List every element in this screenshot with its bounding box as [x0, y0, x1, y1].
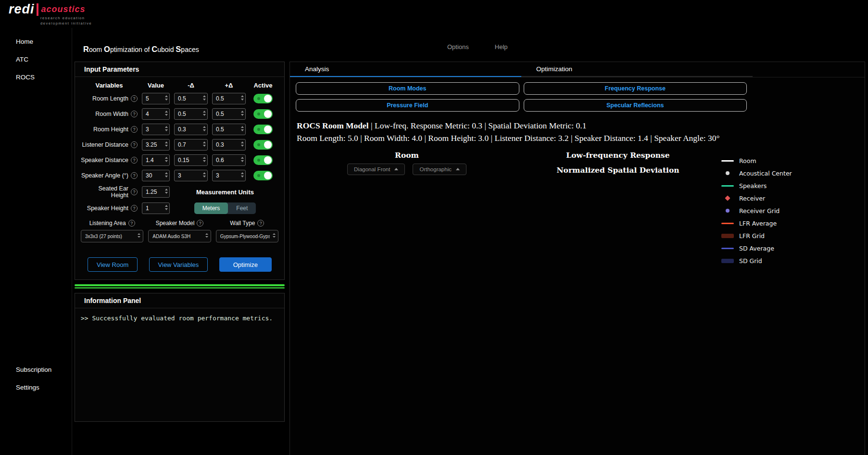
help-icon[interactable]: ? [131, 111, 138, 117]
speaker-distance-plus-delta-input-spinner[interactable] [241, 157, 244, 162]
listener-distance-minus-delta-input-spinner[interactable] [203, 141, 206, 147]
sidebar-item-home[interactable]: Home [0, 33, 72, 51]
param-label-text: Listener Distance [82, 141, 128, 148]
logo-tagline: research education development initiativ… [40, 16, 92, 25]
room-width-minus-delta-input[interactable]: 0.5 [174, 108, 208, 120]
listener-distance-plus-delta-input[interactable]: 0.3 [212, 139, 246, 151]
analysis-button-frequency-response[interactable]: Frequency Response [524, 82, 747, 95]
speaker-distance-minus-delta-input-spinner[interactable] [203, 157, 206, 162]
speaker-distance-active-toggle[interactable] [253, 155, 273, 165]
app-logo[interactable]: redi acoustics research education develo… [9, 2, 92, 25]
options-button[interactable]: Options [443, 43, 469, 51]
room-width-value-input[interactable]: 4 [142, 108, 170, 120]
room-height-value-input[interactable]: 3 [142, 124, 170, 135]
legend-label: Acoustical Center [739, 170, 792, 177]
room-width-plus-delta-input[interactable]: 0.5 [212, 108, 246, 120]
room-height-plus-delta-input-spinner[interactable] [241, 126, 244, 131]
tab-optimization[interactable]: Optimization [521, 62, 753, 77]
view-room-button[interactable]: View Room [88, 257, 138, 272]
room-width-value-input-spinner[interactable] [165, 111, 168, 116]
speaker-model-select[interactable]: ADAM Audio S3H [148, 230, 211, 242]
help-icon[interactable]: ? [131, 205, 138, 212]
view-control-orthographic[interactable]: Orthographic [413, 164, 466, 175]
room-height-plus-delta-input[interactable]: 0.5 [212, 124, 246, 135]
help-icon[interactable]: ? [257, 220, 264, 227]
sidebar-item-rocs[interactable]: ROCS [0, 68, 72, 86]
speaker-angle-active-toggle[interactable] [253, 171, 273, 180]
seated-ear-height-value-input[interactable]: 1.25 [142, 186, 170, 198]
listener-distance-value-input-spinner[interactable] [165, 141, 168, 147]
room-length-plus-delta-input[interactable]: 0.5 [212, 93, 246, 104]
help-icon[interactable]: ? [131, 95, 138, 102]
analysis-button-room-modes[interactable]: Room Modes [296, 82, 519, 95]
seated-ear-height-value-input-spinner[interactable] [165, 189, 168, 194]
sidebar-item-atc[interactable]: ATC [0, 51, 72, 68]
help-icon[interactable]: ? [131, 189, 138, 195]
unit-option-feet[interactable]: Feet [228, 202, 256, 214]
help-button[interactable]: Help [491, 43, 508, 51]
room-length-active-toggle[interactable] [253, 94, 273, 103]
optimize-button[interactable]: Optimize [219, 257, 272, 272]
lfr-chart-title: Low-frequency Response [566, 151, 669, 160]
room-length-plus-delta-input-spinner[interactable] [241, 95, 244, 101]
listener-distance-active-toggle[interactable] [253, 140, 273, 150]
speaker-distance-value-input-spinner[interactable] [165, 157, 168, 162]
sidebar-item-settings[interactable]: Settings [0, 379, 72, 396]
param-label-listener-distance: Listener Distance? [81, 141, 138, 148]
help-icon[interactable]: ? [131, 157, 138, 164]
room-length-minus-delta-input-spinner[interactable] [203, 95, 206, 101]
speaker-distance-minus-delta-input[interactable]: 0.15 [174, 154, 208, 166]
unit-option-meters[interactable]: Meters [194, 202, 228, 214]
view-variables-button[interactable]: View Variables [149, 257, 208, 272]
sidebar-account-button[interactable] [0, 350, 72, 361]
help-icon[interactable]: ? [131, 126, 138, 133]
input-parameters-title: Input Parameters [84, 65, 139, 73]
help-icon[interactable]: ? [128, 220, 135, 227]
speaker-angle-plus-delta-input-spinner[interactable] [241, 172, 244, 177]
help-icon[interactable]: ? [197, 220, 203, 227]
room-height-value-input-spinner[interactable] [165, 126, 168, 131]
topbar: redi acoustics research education develo… [0, 0, 868, 28]
listener-distance-minus-delta-input[interactable]: 0.7 [174, 139, 208, 151]
listener-distance-value-input[interactable]: 3.25 [142, 139, 170, 151]
legend-swatch [721, 209, 734, 213]
help-icon[interactable]: ? [131, 141, 138, 148]
view-control-diagonal-front[interactable]: Diagonal Front [347, 164, 405, 175]
speaker-height-value-input[interactable]: 1 [142, 202, 170, 214]
room-length-value-input[interactable]: 5 [142, 93, 170, 104]
analysis-button-specular-reflecions[interactable]: Specular Reflecions [524, 99, 747, 112]
room-height-plus-delta-input-value: 0.5 [216, 126, 224, 133]
speaker-angle-minus-delta-input[interactable]: 3 [174, 170, 208, 181]
legend-marker-dot [726, 171, 730, 175]
room-length-value-input-spinner[interactable] [165, 95, 168, 101]
speaker-distance-plus-delta-input[interactable]: 0.6 [212, 154, 246, 166]
speaker-angle-plus-delta-input[interactable]: 3 [212, 170, 246, 181]
speaker-angle-value-input[interactable]: 30 [142, 170, 170, 181]
speaker-distance-value-input[interactable]: 1.4 [142, 154, 170, 166]
room-width-minus-delta-input-spinner[interactable] [203, 111, 206, 116]
legend-label: SD Grid [739, 257, 762, 265]
legend-swatch [721, 196, 734, 200]
input-parameters-panel: Input Parameters VariablesValue-Δ+ΔActiv… [75, 62, 285, 280]
room-width-active-toggle[interactable] [253, 109, 273, 119]
speaker-angle-minus-delta-input-spinner[interactable] [203, 172, 206, 177]
speaker-model-label: Speaker Model? [148, 220, 211, 227]
listening-area-select[interactable]: 3x3x3 (27 points) [81, 230, 143, 242]
room-width-plus-delta-input-spinner[interactable] [241, 111, 244, 116]
column-header-value: Value [142, 82, 170, 89]
sidebar-item-subscription[interactable]: Subscription [0, 361, 72, 379]
tab-analysis[interactable]: Analysis [290, 62, 521, 77]
wall-type-select[interactable]: Gypsum-Plywood-Gypsum [216, 230, 278, 242]
room-height-active-toggle[interactable] [253, 125, 273, 134]
room-height-minus-delta-input-spinner[interactable] [203, 126, 206, 131]
room-height-minus-delta-input[interactable]: 0.3 [174, 124, 208, 135]
help-icon[interactable]: ? [131, 172, 138, 179]
toggle-cell [250, 140, 276, 150]
sidebar-item-label: Settings [16, 384, 39, 391]
speaker-height-value-input-spinner[interactable] [165, 205, 168, 210]
speaker-angle-value-input-spinner[interactable] [165, 172, 168, 177]
room-length-minus-delta-input[interactable]: 0.5 [174, 93, 208, 104]
listener-distance-plus-delta-input-spinner[interactable] [241, 141, 244, 147]
speaker-angle-value-input-value: 30 [146, 172, 152, 179]
analysis-button-pressure-field[interactable]: Pressure Field [296, 99, 519, 112]
